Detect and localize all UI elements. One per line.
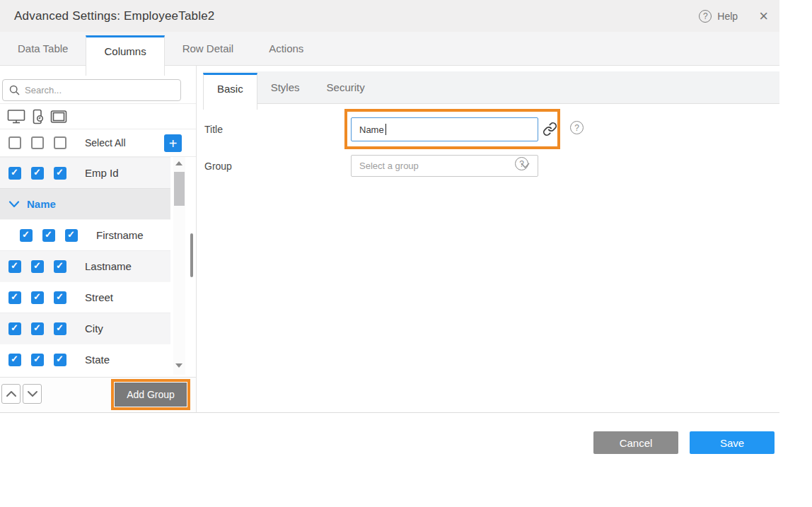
checkbox-tablet[interactable] (54, 260, 66, 273)
checkbox-tablet[interactable] (54, 322, 66, 335)
link-icon[interactable] (543, 122, 557, 139)
desktop-icon (7, 109, 25, 124)
group-select-placeholder: Select a group (359, 161, 419, 171)
checkbox-tablet[interactable] (54, 291, 66, 304)
search-input[interactable] (25, 85, 174, 95)
scroll-down-icon[interactable] (175, 363, 182, 368)
group-label: Name (27, 198, 56, 210)
select-all-checkbox-mobile[interactable] (31, 136, 44, 149)
checkbox-desktop[interactable] (8, 291, 21, 304)
checkbox-desktop[interactable] (20, 229, 33, 242)
checkbox-desktop[interactable] (8, 260, 21, 273)
close-icon[interactable]: × (759, 8, 768, 24)
group-help-icon[interactable]: ? (515, 157, 528, 170)
move-up-button[interactable] (1, 384, 21, 404)
title-field-label: Title (204, 124, 223, 135)
checkbox-mobile[interactable] (31, 167, 44, 180)
chevron-down-icon[interactable] (8, 201, 20, 208)
search-box[interactable] (2, 79, 181, 101)
tab-security[interactable]: Security (313, 71, 378, 104)
column-label: Street (85, 291, 113, 303)
page-title: Advanced Settings: EmployeeTable2 (14, 9, 215, 23)
checkbox-tablet[interactable] (65, 229, 78, 242)
group-select[interactable]: Select a group (351, 155, 538, 177)
checkbox-mobile[interactable] (31, 322, 44, 335)
dialog-header: Advanced Settings: EmployeeTable2 ? Help… (0, 0, 779, 32)
checkbox-mobile[interactable] (31, 260, 44, 273)
panel-scrollbar-thumb[interactable] (190, 233, 193, 277)
checkbox-mobile[interactable] (31, 354, 44, 366)
column-label: Emp Id (85, 167, 119, 179)
header-actions: ? Help × (699, 0, 768, 32)
help-link[interactable]: Help (717, 11, 738, 22)
cancel-button[interactable]: Cancel (593, 431, 678, 454)
footer-divider (0, 412, 779, 413)
tab-basic[interactable]: Basic (203, 73, 257, 110)
tab-row-detail[interactable]: Row Detail (165, 32, 252, 66)
checkbox-desktop[interactable] (8, 322, 21, 335)
add-column-button[interactable]: + (164, 134, 182, 152)
column-row-emp-id[interactable]: Emp Id (0, 157, 170, 188)
title-input[interactable] (351, 117, 538, 141)
advanced-settings-dialog: Advanced Settings: EmployeeTable2 ? Help… (0, 0, 812, 507)
column-label: Firstname (96, 229, 144, 241)
scrollbar-thumb[interactable] (174, 172, 185, 206)
move-down-button[interactable] (23, 384, 42, 404)
column-label: City (85, 322, 103, 334)
tab-actions[interactable]: Actions (251, 32, 321, 66)
question-glyph: ? (519, 159, 524, 169)
chevron-down-icon (27, 390, 38, 398)
device-column-icons (0, 104, 196, 129)
tablet-icon (50, 110, 67, 124)
select-all-checkbox-desktop[interactable] (8, 136, 21, 149)
mobile-icon (32, 109, 44, 124)
tab-columns[interactable]: Columns (86, 35, 164, 76)
checkbox-tablet[interactable] (54, 354, 66, 366)
detail-tab-bar: Basic Styles Security (203, 71, 779, 104)
main-tab-bar: Data Table Columns Row Detail Actions (0, 32, 779, 66)
column-list: Emp Id Name Firstname Lastname (0, 157, 170, 375)
checkbox-tablet[interactable] (54, 167, 66, 180)
plus-icon: + (169, 136, 178, 151)
help-icon-glyph: ? (703, 11, 708, 21)
question-glyph: ? (574, 123, 579, 133)
search-icon (9, 85, 20, 95)
column-row-firstname[interactable]: Firstname (0, 219, 170, 250)
select-all-label: Select All (85, 137, 126, 148)
column-row-street[interactable]: Street (0, 281, 170, 313)
column-row-lastname[interactable]: Lastname (0, 250, 170, 281)
checkbox-mobile[interactable] (42, 229, 55, 242)
select-all-checkbox-tablet[interactable] (54, 136, 66, 149)
select-all-row: Select All + (0, 129, 196, 157)
checkbox-mobile[interactable] (31, 291, 44, 304)
checkbox-desktop[interactable] (8, 167, 21, 180)
scroll-up-icon[interactable] (175, 161, 182, 165)
column-label: Lastname (85, 260, 132, 272)
column-row-city[interactable]: City (0, 313, 170, 344)
chevron-up-icon (6, 390, 17, 398)
checkbox-desktop[interactable] (8, 354, 21, 366)
add-group-button[interactable]: Add Group (115, 383, 187, 407)
tab-styles[interactable]: Styles (257, 71, 313, 104)
text-caret (385, 124, 386, 135)
save-button[interactable]: Save (690, 431, 775, 454)
columns-sidebar: Select All + Emp Id Name Firstname (0, 66, 197, 412)
column-row-state[interactable]: State (0, 344, 170, 375)
group-row-name[interactable]: Name (0, 188, 170, 219)
column-label: State (85, 354, 110, 366)
tab-data-table[interactable]: Data Table (0, 32, 86, 66)
group-field-label: Group (204, 161, 232, 172)
list-scrollbar[interactable] (173, 157, 185, 375)
title-help-icon[interactable]: ? (570, 121, 584, 134)
help-icon[interactable]: ? (699, 10, 712, 23)
